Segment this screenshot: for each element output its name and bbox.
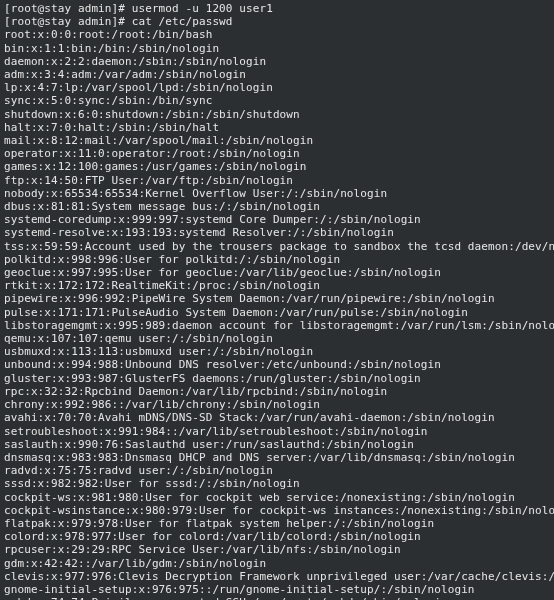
terminal-line-passwd-2: daemon:x:2:2:daemon:/sbin:/sbin/nologin <box>4 55 550 68</box>
terminal-line-passwd-27: rpc:x:32:32:Rpcbind Daemon:/var/lib/rpcb… <box>4 385 550 398</box>
terminal-line-passwd-9: operator:x:11:0:operator:/root:/sbin/nol… <box>4 147 550 160</box>
terminal-line-passwd-16: tss:x:59:59:Account used by the trousers… <box>4 240 550 253</box>
terminal-line-passwd-39: rpcuser:x:29:29:RPC Service User:/var/li… <box>4 543 550 556</box>
terminal-line-cmd-0: [root@stay admin]# usermod -u 1200 user1 <box>4 2 550 15</box>
terminal-line-passwd-23: qemu:x:107:107:qemu user:/:/sbin/nologin <box>4 332 550 345</box>
terminal-line-passwd-21: pulse:x:171:171:PulseAudio System Daemon… <box>4 306 550 319</box>
terminal-line-passwd-38: colord:x:978:977:User for colord:/var/li… <box>4 530 550 543</box>
terminal-line-passwd-33: radvd:x:75:75:radvd user:/:/sbin/nologin <box>4 464 550 477</box>
terminal-line-passwd-19: rtkit:x:172:172:RealtimeKit:/proc:/sbin/… <box>4 279 550 292</box>
terminal-line-passwd-8: mail:x:8:12:mail:/var/spool/mail:/sbin/n… <box>4 134 550 147</box>
terminal-line-passwd-30: setroubleshoot:x:991:984::/var/lib/setro… <box>4 425 550 438</box>
terminal-line-passwd-22: libstoragemgmt:x:995:989:daemon account … <box>4 319 550 332</box>
terminal-line-passwd-10: games:x:12:100:games:/usr/games:/sbin/no… <box>4 160 550 173</box>
terminal-output[interactable]: [root@stay admin]# usermod -u 1200 user1… <box>0 0 554 600</box>
terminal-line-passwd-35: cockpit-ws:x:981:980:User for cockpit we… <box>4 491 550 504</box>
terminal-line-passwd-12: nobody:x:65534:65534:Kernel Overflow Use… <box>4 187 550 200</box>
terminal-line-passwd-41: clevis:x:977:976:Clevis Decryption Frame… <box>4 570 550 583</box>
terminal-line-passwd-15: systemd-resolve:x:193:193:systemd Resolv… <box>4 226 550 239</box>
terminal-line-passwd-7: halt:x:7:0:halt:/sbin:/sbin/halt <box>4 121 550 134</box>
terminal-line-passwd-17: polkitd:x:998:996:User for polkitd:/:/sb… <box>4 253 550 266</box>
terminal-line-passwd-40: gdm:x:42:42::/var/lib/gdm:/sbin/nologin <box>4 557 550 570</box>
terminal-line-passwd-29: avahi:x:70:70:Avahi mDNS/DNS-SD Stack:/v… <box>4 411 550 424</box>
terminal-line-passwd-42: gnome-initial-setup:x:976:975::/run/gnom… <box>4 583 550 596</box>
terminal-line-passwd-5: sync:x:5:0:sync:/sbin:/bin/sync <box>4 94 550 107</box>
terminal-line-passwd-25: unbound:x:994:988:Unbound DNS resolver:/… <box>4 358 550 371</box>
terminal-line-passwd-18: geoclue:x:997:995:User for geoclue:/var/… <box>4 266 550 279</box>
terminal-line-passwd-26: gluster:x:993:987:GlusterFS daemons:/run… <box>4 372 550 385</box>
terminal-line-passwd-37: flatpak:x:979:978:User for flatpak syste… <box>4 517 550 530</box>
terminal-line-passwd-4: lp:x:4:7:lp:/var/spool/lpd:/sbin/nologin <box>4 81 550 94</box>
terminal-line-passwd-36: cockpit-wsinstance:x:980:979:User for co… <box>4 504 550 517</box>
terminal-line-passwd-34: sssd:x:982:982:User for sssd:/:/sbin/nol… <box>4 477 550 490</box>
terminal-line-passwd-28: chrony:x:992:986::/var/lib/chrony:/sbin/… <box>4 398 550 411</box>
terminal-line-passwd-43: sshd:x:74:74:Privilege-separated SSH:/va… <box>4 596 550 600</box>
terminal-line-passwd-0: root:x:0:0:root:/root:/bin/bash <box>4 28 550 41</box>
terminal-line-passwd-24: usbmuxd:x:113:113:usbmuxd user:/:/sbin/n… <box>4 345 550 358</box>
terminal-line-passwd-6: shutdown:x:6:0:shutdown:/sbin:/sbin/shut… <box>4 108 550 121</box>
terminal-line-passwd-13: dbus:x:81:81:System message bus:/:/sbin/… <box>4 200 550 213</box>
terminal-line-cmd-1: [root@stay admin]# cat /etc/passwd <box>4 15 550 28</box>
terminal-line-passwd-11: ftp:x:14:50:FTP User:/var/ftp:/sbin/nolo… <box>4 174 550 187</box>
terminal-line-passwd-31: saslauth:x:990:76:Saslauthd user:/run/sa… <box>4 438 550 451</box>
terminal-line-passwd-1: bin:x:1:1:bin:/bin:/sbin/nologin <box>4 42 550 55</box>
terminal-line-passwd-20: pipewire:x:996:992:PipeWire System Daemo… <box>4 292 550 305</box>
terminal-line-passwd-3: adm:x:3:4:adm:/var/adm:/sbin/nologin <box>4 68 550 81</box>
terminal-line-passwd-14: systemd-coredump:x:999:997:systemd Core … <box>4 213 550 226</box>
terminal-line-passwd-32: dnsmasq:x:983:983:Dnsmasq DHCP and DNS s… <box>4 451 550 464</box>
